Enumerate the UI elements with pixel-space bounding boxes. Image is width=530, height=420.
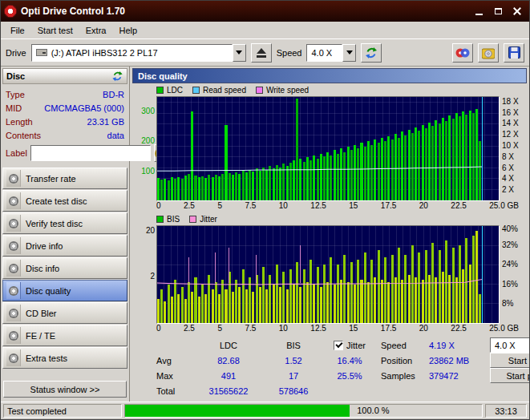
status-text: Test completed (3, 404, 122, 418)
save-button[interactable] (504, 43, 524, 63)
drive-icon (36, 49, 47, 56)
bis-y-axis: 20 2 (132, 225, 156, 324)
legend-bottom: BIS Jitter (132, 212, 527, 225)
sidebar-item-disc-quality[interactable]: Disc quality (2, 280, 127, 301)
cd-bler-icon (6, 305, 21, 321)
drive-select-value: (J:) ATAPI iHBS312 2 PL17 (51, 48, 158, 58)
jitter-y-axis: 40% 32% 24% 16% 8% (500, 225, 527, 324)
sidebar-item-drive-info[interactable]: Drive info (2, 235, 127, 256)
close-button[interactable] (508, 4, 526, 18)
samples-stat-label: Samples (381, 369, 426, 382)
jitter-legend-label: Jitter (200, 215, 217, 224)
window-title: Opti Drive Control 1.70 (21, 6, 468, 17)
avg-bis-value: 1.52 (269, 353, 318, 367)
compare-discs-button[interactable] (452, 43, 473, 63)
bis-jitter-plot-area (156, 225, 500, 324)
x-tick: 12.5 (310, 324, 326, 333)
avg-row-label: Avg (156, 353, 188, 367)
bis-legend-label: BIS (167, 215, 180, 224)
ldc-plot-area (156, 96, 500, 201)
verify-test-disc-icon (6, 215, 21, 232)
refresh-disc-icon[interactable] (111, 71, 123, 82)
disc-info: Type BD-R MID CMCMAGBA5 (000) Length 23.… (2, 84, 127, 164)
disc-quality-panel: Disc quality LDC Read speed Write speed … (130, 67, 529, 402)
jitter-toggle[interactable]: Jitter (322, 338, 378, 352)
y-tick: 8% (502, 300, 525, 308)
bis-x-axis: 0 2.5 5 7.5 10 12.5 15 17.5 20 22.5 25.0… (156, 324, 519, 335)
x-tick: 15 (349, 324, 358, 333)
speed-select-value: 4.0 X (311, 48, 332, 58)
y-tick: 300 (132, 107, 155, 115)
minimize-icon (475, 14, 483, 15)
menu-help[interactable]: Help (112, 23, 144, 38)
y-tick: 100 (132, 168, 155, 176)
sidebar-item-label: Extra tests (26, 353, 67, 363)
progress-fill (125, 405, 350, 417)
avg-ldc-value: 82.68 (192, 353, 265, 367)
progress-bar: 100.0 % (124, 404, 483, 418)
disc-info-icon (6, 260, 21, 277)
disc-mid-row: MID CMCMAGBA5 (000) (6, 101, 124, 115)
drive-select-arrow[interactable] (233, 44, 246, 62)
max-bis-value: 17 (269, 369, 318, 382)
samples-stat-value: 379472 (429, 369, 487, 382)
close-icon (513, 7, 521, 15)
minimize-button[interactable] (470, 4, 488, 18)
menu-file[interactable]: File (4, 23, 31, 38)
disc-length-row: Length 23.31 GB (6, 115, 124, 128)
y-tick: 14 X (502, 119, 525, 127)
refresh-drive-button[interactable] (361, 43, 382, 63)
sidebar-item-label: CD Bler (26, 309, 57, 318)
sidebar-item-disc-info[interactable]: Disc info (2, 257, 127, 279)
y-tick: 200 (132, 137, 155, 145)
disc-type-label: Type (6, 90, 25, 99)
disc-contents-row: Contents data (6, 128, 124, 142)
jitter-checkbox[interactable] (334, 341, 343, 350)
start-full-button[interactable]: Start full (490, 353, 530, 368)
disc-label-caption: Label (6, 148, 27, 158)
x-tick: 10 (279, 201, 288, 210)
sidebar: Disc Type BD-R MID CMCMAGBA5 (000) (1, 67, 130, 402)
bis-swatch (156, 216, 164, 223)
sidebar-item-create-test-disc[interactable]: Create test disc (2, 190, 127, 212)
disc-panel-title: Disc (6, 71, 25, 81)
speed-y-axis: 18 X 16 X 14 X 12 X 10 X 8 X 6 X 4 X 2 X (500, 96, 527, 201)
menu-extra[interactable]: Extra (79, 23, 113, 38)
title-bar: Opti Drive Control 1.70 (1, 1, 529, 22)
y-tick: 32% (502, 241, 525, 249)
avg-jitter-value: 16.4% (322, 353, 378, 367)
x-tick: 5 (217, 201, 222, 210)
y-tick: 4 X (502, 175, 525, 183)
sidebar-item-label: Transfer rate (26, 174, 76, 184)
menu-start-test[interactable]: Start test (31, 23, 79, 38)
y-tick: 10 X (502, 142, 525, 150)
sidebar-item-extra-tests[interactable]: Extra tests (2, 347, 127, 369)
write-speed-legend-label: Write speed (266, 86, 309, 95)
sidebar-item-fe-te[interactable]: FE / TE (2, 325, 127, 346)
speed-select[interactable]: 4.0 X (306, 44, 356, 62)
max-jitter-value: 25.5% (322, 369, 378, 382)
toolbar: Drive (J:) ATAPI iHBS312 2 PL17 Speed 4.… (1, 39, 529, 67)
disc-length-value: 23.31 GB (87, 117, 124, 127)
sidebar-item-transfer-rate[interactable]: Transfer rate (2, 168, 127, 189)
sidebar-item-cd-bler[interactable]: CD Bler (2, 302, 127, 324)
ldc-legend-label: LDC (167, 86, 183, 95)
disc-panel-header: Disc (2, 68, 127, 84)
disc-contents-value[interactable]: data (107, 131, 124, 140)
y-tick: 8 X (502, 153, 525, 161)
start-part-button[interactable]: Start part (490, 368, 530, 383)
ldc-x-axis: 0 2.5 5 7.5 10 12.5 15 17.5 20 22.5 25.0… (156, 201, 519, 212)
total-ldc-value: 31565622 (192, 384, 265, 398)
maximize-button[interactable] (489, 4, 507, 18)
speed-select-arrow[interactable] (342, 44, 356, 62)
jitter-checkbox-label: Jitter (346, 341, 366, 350)
burn-disc-button[interactable] (478, 43, 499, 63)
max-ldc-value: 491 (192, 369, 265, 382)
status-window-button[interactable]: Status window >> (3, 381, 127, 398)
eject-button[interactable] (251, 43, 272, 63)
position-stat-label: Position (381, 353, 426, 367)
test-speed-select[interactable]: 4.0 X (490, 337, 530, 353)
x-tick: 2.5 (184, 324, 195, 333)
drive-select[interactable]: (J:) ATAPI iHBS312 2 PL17 (31, 44, 246, 62)
sidebar-item-verify-test-disc[interactable]: Verify test disc (2, 212, 127, 234)
